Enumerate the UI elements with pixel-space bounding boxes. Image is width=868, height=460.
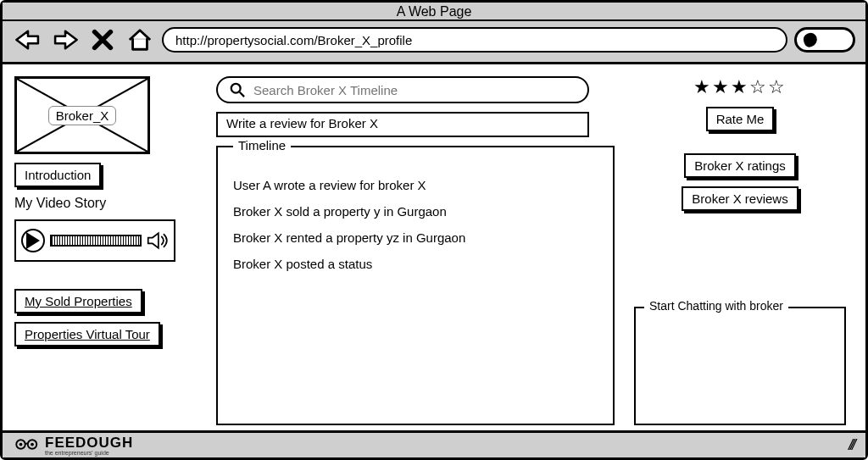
address-bar[interactable]	[162, 27, 787, 53]
timeline-legend: Timeline	[233, 138, 291, 152]
video-progress-bar	[50, 235, 142, 247]
stop-button[interactable]	[87, 26, 118, 53]
video-story-label: My Video Story	[14, 196, 201, 211]
chat-panel[interactable]: Start Chatting with broker	[634, 307, 846, 425]
profile-name-label: Broker_X	[48, 106, 117, 125]
play-icon	[21, 229, 45, 252]
timeline-search-input[interactable]	[252, 82, 576, 98]
star-rating[interactable]: ★★★☆☆	[693, 76, 787, 98]
broker-reviews-button[interactable]: Broker X reviews	[682, 186, 798, 211]
timeline-item: User A wrote a review for broker X	[233, 178, 598, 192]
timeline-search[interactable]	[216, 76, 589, 103]
speaker-icon	[147, 231, 169, 250]
window-title: A Web Page	[3, 3, 865, 21]
browser-window: A Web Page Broker_X Introduction My Vide…	[0, 0, 868, 460]
glasses-icon	[14, 435, 40, 455]
left-sidebar: Broker_X Introduction My Video Story My …	[14, 76, 201, 425]
timeline-item: Broker X sold a property y in Gurgaon	[233, 204, 598, 219]
resize-grip-icon: ///	[849, 436, 854, 454]
right-sidebar: ★★★☆☆ Rate Me Broker X ratings Broker X …	[630, 76, 850, 425]
svg-point-7	[31, 443, 34, 446]
my-sold-properties-link[interactable]: My Sold Properties	[14, 289, 142, 313]
svg-line-3	[240, 92, 244, 97]
introduction-button[interactable]: Introduction	[14, 163, 101, 187]
svg-point-2	[231, 84, 241, 93]
brand-logo: FEEDOUGH the entrepreneurs' guide	[14, 435, 133, 456]
timeline-panel: Timeline User A wrote a review for broke…	[216, 146, 615, 425]
forward-button[interactable]	[50, 26, 81, 53]
rate-me-button[interactable]: Rate Me	[706, 107, 775, 131]
browser-toolbar	[3, 21, 865, 64]
properties-virtual-tour-link[interactable]: Properties Virtual Tour	[14, 322, 160, 346]
svg-point-6	[19, 443, 23, 446]
chat-legend: Start Chatting with broker	[644, 299, 788, 313]
profile-image-placeholder: Broker_X	[14, 76, 150, 154]
brand-name: FEEDOUGH	[45, 435, 133, 452]
write-review-input[interactable]: Write a review for Broker X	[216, 112, 589, 137]
page-content: Broker_X Introduction My Video Story My …	[3, 64, 865, 430]
back-button[interactable]	[13, 26, 43, 53]
footer-bar: FEEDOUGH the entrepreneurs' guide ///	[3, 430, 865, 457]
main-column: Write a review for Broker X Timeline Use…	[216, 76, 615, 425]
broker-ratings-button[interactable]: Broker X ratings	[684, 153, 796, 178]
home-button[interactable]	[125, 26, 155, 53]
video-player[interactable]	[14, 219, 175, 262]
magnifier-icon	[802, 31, 820, 49]
search-icon	[230, 82, 245, 97]
timeline-item: Broker X posted a status	[233, 257, 598, 271]
browser-search-button[interactable]	[794, 27, 855, 53]
timeline-item: Broker X rented a property yz in Gurgaon	[233, 230, 598, 245]
